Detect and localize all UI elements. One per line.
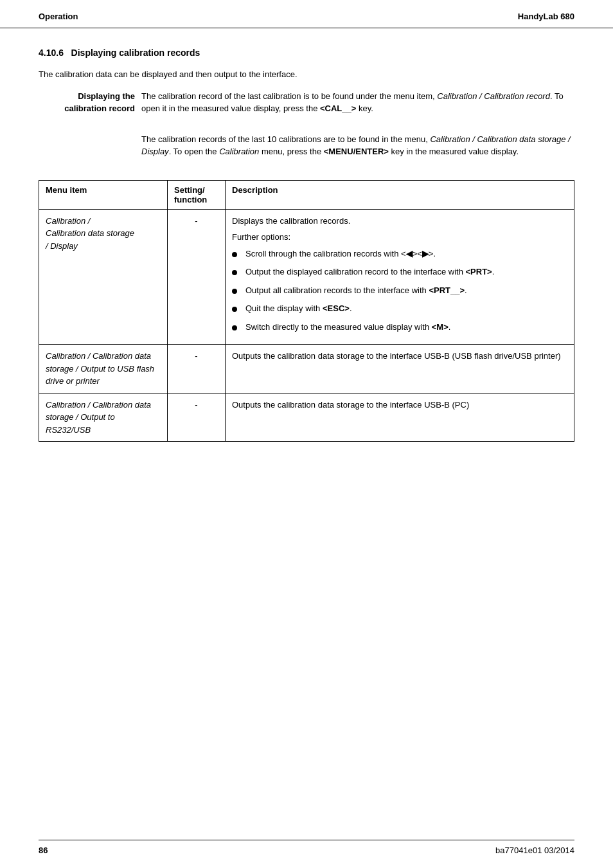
para2-section: The calibration records of the last 10 c… (39, 133, 574, 167)
col-header-setting: Setting/function (168, 180, 226, 209)
table-row: Calibration / Calibration data storage /… (39, 345, 574, 393)
bullet-icon (232, 266, 242, 279)
row1-description: Displays the calibration records. Furthe… (226, 209, 574, 345)
col-header-menu: Menu item (39, 180, 168, 209)
bullet-text-2: Output the displayed calibration record … (245, 266, 494, 278)
bullet-text-1: Scroll through the calibration records w… (245, 248, 436, 260)
bullet-icon (232, 303, 242, 316)
header-right: HandyLab 680 (518, 12, 574, 21)
page: Operation HandyLab 680 4.10.6 Displaying… (0, 0, 613, 868)
page-footer: 86 ba77041e01 03/2014 (39, 840, 574, 855)
footer-page-number: 86 (39, 845, 48, 855)
labeled-section: Displaying the calibration record The ca… (39, 90, 574, 124)
bullet-text-3: Output all calibration records to the in… (245, 284, 467, 297)
table-row: Calibration / Calibration data storage /… (39, 209, 574, 345)
section-number: 4.10.6 (39, 48, 64, 58)
para2-content: The calibration records of the last 10 c… (141, 133, 574, 167)
sidebar-label-line1: Displaying the (78, 91, 135, 101)
list-item: Quit the display with <ESC>. (232, 302, 567, 316)
col-header-description: Description (226, 180, 574, 209)
sidebar-label-line2: calibration record (64, 104, 135, 113)
section-heading: Displaying calibration records (71, 48, 200, 58)
further-options-label: Further options: (232, 231, 567, 244)
row3-setting: - (168, 393, 226, 442)
bullet-text-4: Quit the display with <ESC>. (245, 302, 352, 315)
intro-paragraph: The calibration data can be displayed an… (39, 68, 574, 81)
para2: The calibration records of the last 10 c… (141, 133, 574, 158)
page-header: Operation HandyLab 680 (0, 0, 613, 28)
row3-menu: Calibration / Calibration data storage /… (39, 393, 168, 442)
list-item: Output the displayed calibration record … (232, 266, 567, 279)
row3-description: Outputs the calibration data storage to … (226, 393, 574, 442)
list-item: Output all calibration records to the in… (232, 284, 567, 298)
main-content: 4.10.6 Displaying calibration records Th… (0, 48, 613, 442)
bullet-list: Scroll through the calibration records w… (232, 248, 567, 334)
para1: The calibration record of the last calib… (141, 90, 574, 115)
footer-doc-ref: ba77041e01 03/2014 (495, 845, 574, 855)
row2-description: Outputs the calibration data storage to … (226, 345, 574, 393)
bullet-text-5: Switch directly to the measured value di… (245, 321, 450, 334)
bullet-icon (232, 285, 242, 298)
list-item: Switch directly to the measured value di… (232, 321, 567, 334)
row1-setting: - (168, 209, 226, 345)
bullet-icon (232, 321, 242, 334)
row1-menu: Calibration / Calibration data storage /… (39, 209, 168, 345)
row2-menu: Calibration / Calibration data storage /… (39, 345, 168, 393)
header-left: Operation (39, 12, 78, 21)
menu-table: Menu item Setting/function Description C… (39, 180, 574, 442)
sidebar-label: Displaying the calibration record (39, 90, 141, 124)
bullet-icon (232, 248, 242, 261)
sidebar-content: The calibration record of the last calib… (141, 90, 574, 124)
row2-setting: - (168, 345, 226, 393)
section-title: 4.10.6 Displaying calibration records (39, 48, 574, 58)
row1-desc-intro: Displays the calibration records. (232, 215, 567, 228)
list-item: Scroll through the calibration records w… (232, 248, 567, 261)
table-row: Calibration / Calibration data storage /… (39, 393, 574, 442)
